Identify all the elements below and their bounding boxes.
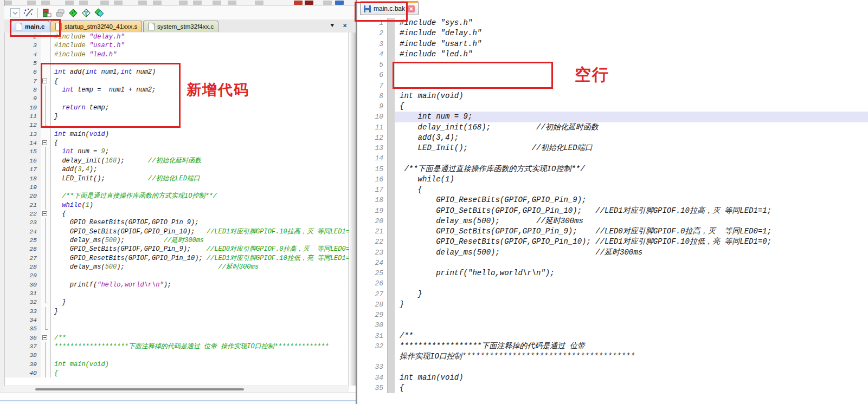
line-number: 11 bbox=[358, 122, 387, 133]
code-line-30[interactable]: 30 bbox=[358, 320, 868, 330]
code-text: { bbox=[395, 185, 868, 195]
tab-system-stm32f4xx-c[interactable]: system_stm32f4xx.c bbox=[143, 21, 218, 32]
code-line-15[interactable]: 15 /**下面是通过直接操作库函数的方式实现IO控制**/ bbox=[358, 164, 868, 174]
code-line-14[interactable]: 14{ bbox=[5, 139, 350, 147]
fold-margin bbox=[41, 324, 51, 333]
code-line-28[interactable]: 28 delay_ms(500); //延时300ms bbox=[5, 263, 350, 271]
code-line-23[interactable]: 23 GPIO_ResetBits(GPIOF,GPIO_Pin_9); bbox=[5, 218, 350, 227]
code-line-31[interactable]: 31 bbox=[5, 289, 350, 298]
clipped-icon bbox=[138, 1, 147, 5]
code-line-wrap[interactable]: 操作实现IO口控制*******************************… bbox=[358, 351, 868, 362]
line-number: 12 bbox=[358, 133, 387, 143]
vertical-scrollbar[interactable] bbox=[349, 32, 356, 386]
code-line-22[interactable]: 22 { bbox=[5, 210, 350, 218]
code-line-25[interactable]: 25 delay_ms(500); //延时300ms bbox=[5, 236, 350, 245]
windows-stack-icon[interactable] bbox=[55, 8, 66, 18]
fold-collapse-icon[interactable] bbox=[41, 139, 51, 147]
window-bottom-strip bbox=[0, 392, 356, 404]
code-text: GPIO_ResetBits(GPIOF,GPIO_Pin_9); bbox=[395, 195, 868, 205]
code-line-25[interactable]: 25 printf("hello,world\r\n"); bbox=[358, 268, 868, 278]
code-line-39[interactable]: 39int main(void) bbox=[5, 360, 350, 369]
code-line-9[interactable]: 9{ bbox=[358, 101, 868, 112]
close-icon[interactable]: ✕ bbox=[408, 5, 415, 12]
code-line-28[interactable]: 28} bbox=[358, 299, 868, 310]
code-segment: //初始化延时函数 bbox=[148, 157, 201, 165]
code-line-32[interactable]: 32 } bbox=[5, 298, 350, 307]
code-line-29[interactable]: 29 bbox=[358, 310, 868, 320]
dropdown-combo-icon[interactable] bbox=[10, 8, 21, 18]
code-line-24[interactable]: 24 GPIO_SetBits(GPIOF,GPIO_Pin_10); //LE… bbox=[5, 227, 350, 236]
fold-collapse-icon[interactable] bbox=[41, 210, 51, 218]
fold-collapse-icon[interactable] bbox=[41, 334, 51, 342]
code-line-33[interactable]: 33 bbox=[358, 362, 868, 372]
code-line-19[interactable]: 19 bbox=[5, 183, 350, 192]
code-line-23[interactable]: 23 delay_ms(500); //延时300ms bbox=[358, 247, 868, 258]
code-line-38[interactable]: 38 bbox=[5, 351, 350, 360]
code-line-26[interactable]: 26 GPIO_SetBits(GPIOF,GPIO_Pin_9); //LED… bbox=[5, 245, 350, 253]
code-line-34[interactable]: 34 bbox=[5, 316, 350, 324]
code-text: delay_init(168); //初始化延时函数 bbox=[395, 122, 868, 133]
line-number: 20 bbox=[5, 192, 41, 200]
filter-funnel-icon[interactable] bbox=[81, 8, 92, 18]
code-line-13[interactable]: 13int main(void) bbox=[5, 130, 350, 139]
code-text: #include "usart.h" bbox=[51, 41, 350, 50]
code-line-17[interactable]: 17 { bbox=[358, 185, 868, 195]
diamond-pair-icon[interactable] bbox=[94, 8, 105, 18]
line-number: 21 bbox=[358, 226, 387, 237]
wizard-wand-icon[interactable] bbox=[23, 8, 34, 18]
code-line-32[interactable]: 32******************下面注释掉的代码是通过 位带 bbox=[358, 341, 868, 351]
code-line-4[interactable]: 4#include "led.h" bbox=[358, 49, 868, 60]
code-line-15[interactable]: 15 int num = 9; bbox=[5, 147, 350, 156]
diamond-plus-icon[interactable] bbox=[68, 8, 79, 18]
code-line-35[interactable]: 35 bbox=[5, 324, 350, 333]
component-cubes-icon[interactable] bbox=[42, 8, 53, 18]
tab-list-dropdown-icon[interactable]: ▼ bbox=[330, 22, 334, 29]
tab-startup-stm32f40-41xxx-s[interactable]: startup_stm32f40_41xxx.s bbox=[50, 21, 142, 32]
code-line-21[interactable]: 21 while(1) bbox=[5, 201, 350, 210]
tab-close-icon[interactable]: ✕ bbox=[343, 21, 347, 30]
code-line-24[interactable]: 24 bbox=[358, 258, 868, 268]
code-line-8[interactable]: 8int main(void) bbox=[358, 91, 868, 101]
code-line-21[interactable]: 21 GPIO_SetBits(GPIOF,GPIO_Pin_9); //LED… bbox=[358, 226, 868, 237]
code-line-27[interactable]: 27 GPIO_ResetBits(GPIOF,GPIO_Pin_10); //… bbox=[5, 254, 350, 263]
code-segment: delay_ms( bbox=[54, 237, 105, 244]
code-line-36[interactable]: 36/** bbox=[5, 334, 350, 342]
code-line-35[interactable]: 35{ bbox=[358, 383, 868, 393]
code-line-19[interactable]: 19 GPIO_SetBits(GPIOF,GPIO_Pin_10); //LE… bbox=[358, 206, 868, 216]
clipped-icon bbox=[41, 1, 50, 5]
code-text: while(1) bbox=[395, 174, 868, 185]
code-line-18[interactable]: 18 LED_Init(); //初始化LED端口 bbox=[5, 174, 350, 183]
code-line-27[interactable]: 27 } bbox=[358, 289, 868, 299]
code-line-4[interactable]: 4#include "led.h" bbox=[5, 50, 350, 59]
code-line-16[interactable]: 16 delay_init(168); //初始化延时函数 bbox=[5, 157, 350, 165]
code-line-37[interactable]: 37*******************下面注释掉的代码是通过 位带 操作实现… bbox=[5, 342, 350, 351]
code-line-10[interactable]: 10 int num = 9; bbox=[358, 112, 868, 122]
code-line-29[interactable]: 29 bbox=[5, 271, 350, 280]
code-segment: ******************下面注释掉的代码是通过 位带 bbox=[400, 342, 585, 350]
code-line-34[interactable]: 34int main(void) bbox=[358, 373, 868, 383]
code-text: GPIO_ResetBits(GPIOF,GPIO_Pin_9); bbox=[51, 218, 350, 227]
horizontal-scrollbar-thumb[interactable] bbox=[35, 388, 244, 390]
code-line-14[interactable]: 14 bbox=[358, 153, 868, 164]
code-line-12[interactable]: 12 add(3,4); bbox=[358, 133, 868, 143]
code-line-26[interactable]: 26 bbox=[358, 278, 868, 289]
code-line-20[interactable]: 20 /**下面是通过直接操作库函数的方式实现IO控制**/ bbox=[5, 192, 350, 200]
code-line-13[interactable]: 13 LED_Init(); //初始化LED端口 bbox=[358, 143, 868, 153]
code-line-33[interactable]: 33} bbox=[5, 307, 350, 316]
code-line-16[interactable]: 16 while(1) bbox=[358, 174, 868, 185]
code-line-2[interactable]: 2#include "delay.h" bbox=[358, 28, 868, 38]
code-line-31[interactable]: 31/** bbox=[358, 331, 868, 341]
code-line-18[interactable]: 18 GPIO_ResetBits(GPIOF,GPIO_Pin_9); bbox=[358, 195, 868, 205]
code-line-40[interactable]: 40{ bbox=[5, 369, 350, 377]
fold-margin bbox=[41, 218, 51, 227]
code-line-20[interactable]: 20 delay_ms(500); //延时300ms bbox=[358, 216, 868, 226]
code-line-3[interactable]: 3#include "usart.h" bbox=[5, 41, 350, 50]
code-line-1[interactable]: 1#include "sys.h" bbox=[358, 18, 868, 28]
annotation-box-main-c-tab bbox=[10, 19, 61, 37]
code-line-17[interactable]: 17 add(3,4); bbox=[5, 165, 350, 174]
code-line-11[interactable]: 11 delay_init(168); //初始化延时函数 bbox=[358, 122, 868, 133]
code-line-3[interactable]: 3#include "usart.h" bbox=[358, 39, 868, 49]
code-line-22[interactable]: 22 GPIO_ResetBits(GPIOF,GPIO_Pin_10); //… bbox=[358, 237, 868, 247]
fold-margin bbox=[41, 254, 51, 263]
code-line-30[interactable]: 30 printf("hello,world\r\n"); bbox=[5, 281, 350, 289]
